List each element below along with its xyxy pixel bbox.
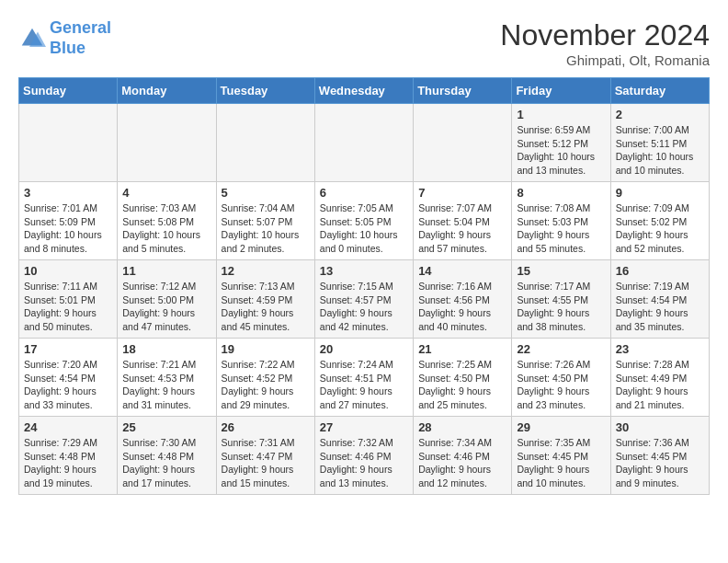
- logo-icon: [18, 25, 46, 52]
- column-header-sunday: Sunday: [19, 78, 118, 104]
- day-number: 5: [222, 186, 310, 200]
- calendar-cell: 13Sunrise: 7:15 AM Sunset: 4:57 PM Dayli…: [314, 260, 413, 339]
- day-number: 12: [222, 264, 310, 278]
- day-info: Sunrise: 7:09 AM Sunset: 5:02 PM Dayligh…: [616, 201, 704, 256]
- day-info: Sunrise: 7:08 AM Sunset: 5:03 PM Dayligh…: [517, 201, 605, 256]
- calendar-cell: 17Sunrise: 7:20 AM Sunset: 4:54 PM Dayli…: [19, 339, 118, 417]
- day-number: 7: [418, 186, 506, 200]
- calendar-cell: 7Sunrise: 7:07 AM Sunset: 5:04 PM Daylig…: [414, 182, 512, 260]
- day-number: 26: [222, 420, 310, 434]
- calendar-cell: 19Sunrise: 7:22 AM Sunset: 4:52 PM Dayli…: [216, 339, 314, 417]
- calendar-week-row: 10Sunrise: 7:11 AM Sunset: 5:01 PM Dayli…: [19, 260, 710, 339]
- day-number: 23: [616, 342, 704, 356]
- calendar-cell: 30Sunrise: 7:36 AM Sunset: 4:45 PM Dayli…: [610, 417, 709, 495]
- calendar-cell: 18Sunrise: 7:21 AM Sunset: 4:53 PM Dayli…: [118, 339, 216, 417]
- day-number: 17: [24, 342, 112, 356]
- day-info: Sunrise: 7:03 AM Sunset: 5:08 PM Dayligh…: [122, 201, 210, 256]
- month-title: November 2024: [500, 18, 710, 52]
- calendar-cell: 2Sunrise: 7:00 AM Sunset: 5:11 PM Daylig…: [610, 104, 709, 182]
- location: Ghimpati, Olt, Romania: [500, 52, 710, 68]
- day-number: 25: [122, 420, 210, 434]
- day-number: 30: [616, 420, 704, 434]
- day-number: 10: [24, 264, 112, 278]
- day-number: 11: [122, 264, 210, 278]
- calendar-week-row: 17Sunrise: 7:20 AM Sunset: 4:54 PM Dayli…: [19, 339, 710, 417]
- day-number: 21: [418, 342, 506, 356]
- calendar-cell: 22Sunrise: 7:26 AM Sunset: 4:50 PM Dayli…: [512, 339, 610, 417]
- day-number: 29: [517, 420, 605, 434]
- day-number: 20: [320, 342, 408, 356]
- day-number: 3: [24, 186, 112, 200]
- logo-line1: General: [50, 18, 111, 37]
- calendar-cell: 9Sunrise: 7:09 AM Sunset: 5:02 PM Daylig…: [610, 182, 709, 260]
- day-info: Sunrise: 7:05 AM Sunset: 5:05 PM Dayligh…: [320, 201, 408, 256]
- column-header-friday: Friday: [512, 78, 610, 104]
- calendar-week-row: 24Sunrise: 7:29 AM Sunset: 4:48 PM Dayli…: [19, 417, 710, 495]
- calendar-cell: 4Sunrise: 7:03 AM Sunset: 5:08 PM Daylig…: [118, 182, 216, 260]
- column-header-tuesday: Tuesday: [216, 78, 314, 104]
- calendar-cell: 27Sunrise: 7:32 AM Sunset: 4:46 PM Dayli…: [314, 417, 413, 495]
- day-info: Sunrise: 7:31 AM Sunset: 4:47 PM Dayligh…: [222, 436, 310, 490]
- calendar-cell: 10Sunrise: 7:11 AM Sunset: 5:01 PM Dayli…: [19, 260, 118, 339]
- day-number: 9: [616, 186, 704, 200]
- calendar-week-row: 3Sunrise: 7:01 AM Sunset: 5:09 PM Daylig…: [19, 182, 710, 260]
- day-number: 14: [418, 264, 506, 278]
- day-info: Sunrise: 7:17 AM Sunset: 4:55 PM Dayligh…: [517, 280, 605, 334]
- day-number: 2: [616, 108, 704, 121]
- day-info: Sunrise: 7:24 AM Sunset: 4:51 PM Dayligh…: [320, 358, 408, 412]
- day-info: Sunrise: 7:34 AM Sunset: 4:46 PM Dayligh…: [418, 436, 506, 490]
- calendar-cell: 8Sunrise: 7:08 AM Sunset: 5:03 PM Daylig…: [512, 182, 610, 260]
- day-number: 28: [418, 420, 506, 434]
- calendar-cell: [19, 104, 118, 182]
- day-info: Sunrise: 7:30 AM Sunset: 4:48 PM Dayligh…: [122, 436, 210, 490]
- day-info: Sunrise: 6:59 AM Sunset: 5:12 PM Dayligh…: [517, 123, 605, 178]
- calendar-header-row: SundayMondayTuesdayWednesdayThursdayFrid…: [19, 78, 710, 104]
- day-info: Sunrise: 7:22 AM Sunset: 4:52 PM Dayligh…: [222, 358, 310, 412]
- calendar-cell: [118, 104, 216, 182]
- day-info: Sunrise: 7:11 AM Sunset: 5:01 PM Dayligh…: [24, 280, 112, 334]
- calendar-cell: 3Sunrise: 7:01 AM Sunset: 5:09 PM Daylig…: [19, 182, 118, 260]
- calendar-week-row: 1Sunrise: 6:59 AM Sunset: 5:12 PM Daylig…: [19, 104, 710, 182]
- calendar-table: SundayMondayTuesdayWednesdayThursdayFrid…: [18, 77, 710, 495]
- calendar-cell: 16Sunrise: 7:19 AM Sunset: 4:54 PM Dayli…: [610, 260, 709, 339]
- day-info: Sunrise: 7:15 AM Sunset: 4:57 PM Dayligh…: [320, 280, 408, 334]
- calendar-cell: 6Sunrise: 7:05 AM Sunset: 5:05 PM Daylig…: [314, 182, 413, 260]
- calendar-cell: 5Sunrise: 7:04 AM Sunset: 5:07 PM Daylig…: [216, 182, 314, 260]
- column-header-saturday: Saturday: [610, 78, 709, 104]
- day-info: Sunrise: 7:25 AM Sunset: 4:50 PM Dayligh…: [418, 358, 506, 412]
- day-info: Sunrise: 7:00 AM Sunset: 5:11 PM Dayligh…: [616, 123, 704, 178]
- logo: General Blue: [18, 18, 111, 58]
- calendar-cell: 11Sunrise: 7:12 AM Sunset: 5:00 PM Dayli…: [118, 260, 216, 339]
- day-info: Sunrise: 7:29 AM Sunset: 4:48 PM Dayligh…: [24, 436, 112, 490]
- calendar-cell: 14Sunrise: 7:16 AM Sunset: 4:56 PM Dayli…: [414, 260, 512, 339]
- day-number: 18: [122, 342, 210, 356]
- day-info: Sunrise: 7:19 AM Sunset: 4:54 PM Dayligh…: [616, 280, 704, 334]
- day-info: Sunrise: 7:35 AM Sunset: 4:45 PM Dayligh…: [517, 436, 605, 490]
- calendar-cell: 23Sunrise: 7:28 AM Sunset: 4:49 PM Dayli…: [610, 339, 709, 417]
- calendar-cell: 15Sunrise: 7:17 AM Sunset: 4:55 PM Dayli…: [512, 260, 610, 339]
- page-header: General Blue November 2024 Ghimpati, Olt…: [18, 18, 710, 68]
- day-info: Sunrise: 7:32 AM Sunset: 4:46 PM Dayligh…: [320, 436, 408, 490]
- calendar-cell: 25Sunrise: 7:30 AM Sunset: 4:48 PM Dayli…: [118, 417, 216, 495]
- calendar-cell: [216, 104, 314, 182]
- column-header-monday: Monday: [118, 78, 216, 104]
- day-number: 1: [517, 108, 605, 121]
- day-info: Sunrise: 7:12 AM Sunset: 5:00 PM Dayligh…: [122, 280, 210, 334]
- calendar-cell: 12Sunrise: 7:13 AM Sunset: 4:59 PM Dayli…: [216, 260, 314, 339]
- calendar-cell: 26Sunrise: 7:31 AM Sunset: 4:47 PM Dayli…: [216, 417, 314, 495]
- day-number: 8: [517, 186, 605, 200]
- day-info: Sunrise: 7:16 AM Sunset: 4:56 PM Dayligh…: [418, 280, 506, 334]
- day-number: 16: [616, 264, 704, 278]
- day-number: 24: [24, 420, 112, 434]
- day-info: Sunrise: 7:26 AM Sunset: 4:50 PM Dayligh…: [517, 358, 605, 412]
- day-number: 13: [320, 264, 408, 278]
- day-info: Sunrise: 7:07 AM Sunset: 5:04 PM Dayligh…: [418, 201, 506, 256]
- day-info: Sunrise: 7:21 AM Sunset: 4:53 PM Dayligh…: [122, 358, 210, 412]
- logo-text: General Blue: [50, 18, 111, 58]
- calendar-cell: 1Sunrise: 6:59 AM Sunset: 5:12 PM Daylig…: [512, 104, 610, 182]
- day-info: Sunrise: 7:36 AM Sunset: 4:45 PM Dayligh…: [616, 436, 704, 490]
- day-info: Sunrise: 7:01 AM Sunset: 5:09 PM Dayligh…: [24, 201, 112, 256]
- day-number: 4: [122, 186, 210, 200]
- title-block: November 2024 Ghimpati, Olt, Romania: [500, 18, 710, 68]
- day-number: 19: [222, 342, 310, 356]
